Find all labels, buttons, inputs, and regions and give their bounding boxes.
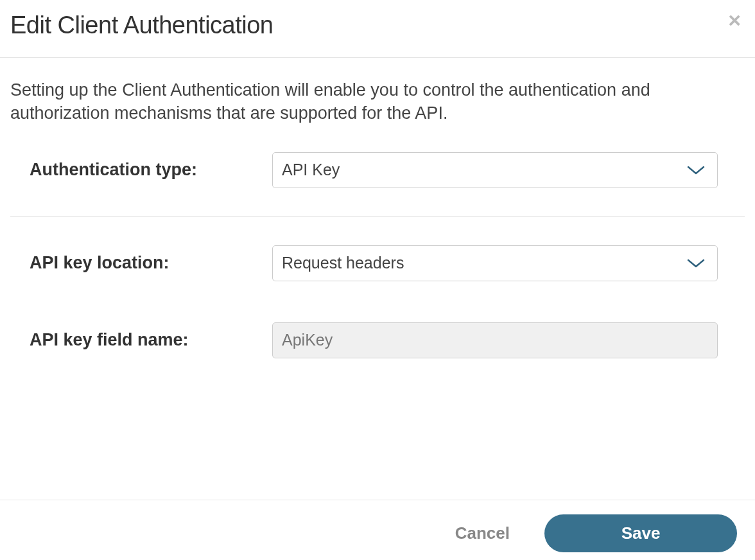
auth-type-control: API Key bbox=[272, 152, 745, 188]
modal-description: Setting up the Client Authentication wil… bbox=[0, 58, 755, 148]
api-key-location-select[interactable]: Request headers bbox=[272, 245, 718, 281]
auth-type-label: Authentication type: bbox=[10, 160, 272, 180]
modal-body: Setting up the Client Authentication wil… bbox=[0, 58, 755, 500]
api-key-field-name-input[interactable] bbox=[272, 322, 718, 358]
form-section: Authentication type: API Key bbox=[0, 148, 755, 374]
modal-footer: Cancel Save bbox=[0, 500, 755, 560]
modal-title: Edit Client Authentication bbox=[10, 12, 745, 39]
api-key-field-name-label: API key field name: bbox=[10, 330, 272, 350]
auth-type-select[interactable]: API Key bbox=[272, 152, 718, 188]
api-key-field-name-row: API key field name: bbox=[10, 297, 745, 374]
close-button[interactable]: × bbox=[728, 9, 741, 31]
save-button[interactable]: Save bbox=[544, 514, 737, 552]
api-key-location-value: Request headers bbox=[282, 254, 404, 272]
api-key-location-control: Request headers bbox=[272, 245, 745, 281]
api-key-location-row: API key location: Request headers bbox=[10, 217, 745, 297]
cancel-button[interactable]: Cancel bbox=[455, 523, 510, 543]
edit-client-auth-modal: Edit Client Authentication × Setting up … bbox=[0, 0, 755, 560]
api-key-location-label: API key location: bbox=[10, 253, 272, 273]
auth-type-select-wrap: API Key bbox=[272, 152, 718, 188]
modal-header: Edit Client Authentication × bbox=[0, 0, 755, 58]
auth-type-value: API Key bbox=[282, 161, 340, 179]
api-key-location-select-wrap: Request headers bbox=[272, 245, 718, 281]
auth-type-row: Authentication type: API Key bbox=[10, 148, 745, 216]
api-key-field-name-control bbox=[272, 322, 745, 358]
close-icon: × bbox=[728, 8, 741, 32]
